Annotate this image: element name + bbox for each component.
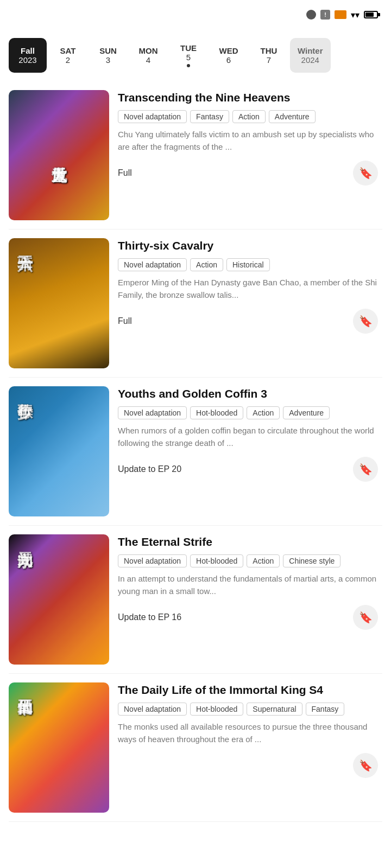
show-thumbnail: 傲世九重天	[9, 90, 109, 220]
show-info: Transcending the Nine Heavens Novel adap…	[109, 90, 382, 186]
alert-icon: !	[320, 10, 330, 20]
bookmark-icon: 🔖	[359, 759, 373, 772]
episode-status: Update to EP 20	[118, 464, 181, 474]
day-num: 6	[226, 55, 231, 65]
tag: Action	[190, 258, 223, 271]
tag: Chinese style	[283, 554, 340, 567]
tag: Fantasy	[306, 703, 345, 716]
day-item-thu[interactable]: THU 7	[250, 38, 288, 73]
tag: Action	[232, 110, 266, 123]
day-num: 2023	[18, 55, 36, 65]
show-title: Transcending the Nine Heavens	[118, 90, 378, 105]
day-num: 3	[106, 55, 110, 65]
show-title: Youths and Golden Coffin 3	[118, 386, 378, 401]
day-num: 2	[66, 55, 70, 65]
episode-status: Full	[118, 168, 132, 178]
show-description: Emperor Ming of the Han Dynasty gave Ban…	[118, 277, 378, 301]
tag: Novel adaptation	[118, 703, 187, 716]
show-info: Thirty-six Cavalry Novel adaptationActio…	[109, 238, 382, 334]
bookmark-button[interactable]: 🔖	[353, 309, 378, 334]
show-title: Thirty-six Cavalry	[118, 238, 378, 253]
day-item-mon[interactable]: MON 4	[129, 38, 167, 73]
show-title: The Daily Life of the Immortal King S4	[118, 682, 378, 697]
tag: Supernatural	[247, 703, 302, 716]
bookmark-button[interactable]: 🔖	[353, 753, 378, 778]
show-thumbnail: 少年歌行	[9, 386, 109, 516]
status-icons: ! ▾▾	[306, 10, 378, 20]
day-num: 7	[267, 55, 271, 65]
show-info: The Eternal Strife Novel adaptationHot-b…	[109, 534, 382, 630]
show-description: The monks used all available resources t…	[118, 721, 378, 745]
tags-container: Novel adaptationHot-bloodedSupernaturalF…	[118, 703, 378, 716]
cast-icon	[335, 10, 346, 19]
day-label: SUN	[99, 46, 117, 55]
tag: Action	[247, 554, 280, 567]
thumb-text: 少年歌行	[9, 386, 40, 397]
show-title: The Eternal Strife	[118, 534, 378, 549]
tag: Novel adaptation	[118, 554, 187, 567]
day-label: TUE	[180, 43, 197, 53]
day-item-sat[interactable]: SAT 2	[49, 38, 87, 73]
thumb-text: 永劫无间	[9, 534, 40, 545]
tags-container: Novel adaptationFantasyActionAdventure	[118, 110, 378, 123]
tag: Hot-blooded	[190, 703, 243, 716]
episode-status: Update to EP 16	[118, 612, 181, 622]
day-item-winter2024[interactable]: Winter 2024	[290, 38, 331, 73]
bookmark-button[interactable]: 🔖	[353, 457, 378, 482]
show-description: Chu Yang ultimately falls victim to an a…	[118, 129, 378, 153]
thumb-text: 仙王的日常	[9, 682, 40, 693]
show-footer: Update to EP 20 🔖	[118, 457, 378, 482]
day-label: THU	[261, 46, 278, 55]
tag: Novel adaptation	[118, 406, 187, 419]
day-indicator	[187, 64, 190, 67]
show-thumbnail: 永劫无间	[9, 534, 109, 665]
show-item[interactable]: 仙王的日常 The Daily Life of the Immortal Kin…	[9, 674, 382, 822]
thumb-text: 三十六骑	[9, 238, 40, 249]
tags-container: Novel adaptationHot-bloodedActionChinese…	[118, 554, 378, 567]
tag: Historical	[226, 258, 270, 271]
day-num: 4	[146, 55, 150, 65]
thumb-text: 傲世九重天	[43, 150, 75, 161]
day-num: 2024	[301, 55, 319, 65]
day-label: WED	[219, 46, 238, 55]
tag: Novel adaptation	[118, 110, 187, 123]
show-info: The Daily Life of the Immortal King S4 N…	[109, 682, 382, 778]
show-footer: Full 🔖	[118, 161, 378, 186]
bookmark-icon: 🔖	[359, 167, 373, 180]
status-dot-icon	[306, 10, 316, 20]
day-label: Fall	[21, 46, 35, 55]
show-footer: 🔖	[118, 753, 378, 778]
show-item[interactable]: 傲世九重天 Transcending the Nine Heavens Nove…	[9, 81, 382, 229]
day-item-wed[interactable]: WED 6	[210, 38, 248, 73]
tag: Action	[247, 406, 280, 419]
status-bar: ! ▾▾	[0, 0, 391, 27]
battery-icon	[364, 11, 378, 18]
episode-status: Full	[118, 316, 132, 326]
tags-container: Novel adaptationHot-bloodedActionAdventu…	[118, 406, 378, 419]
bookmark-button[interactable]: 🔖	[353, 161, 378, 186]
day-item-tue[interactable]: TUE 5	[169, 38, 207, 73]
show-footer: Update to EP 16 🔖	[118, 605, 378, 630]
day-label: Winter	[298, 46, 323, 55]
show-thumbnail: 仙王的日常	[9, 682, 109, 813]
bookmark-icon: 🔖	[359, 315, 373, 328]
show-footer: Full 🔖	[118, 309, 378, 334]
show-item[interactable]: 永劫无间 The Eternal Strife Novel adaptation…	[9, 526, 382, 674]
tag: Hot-blooded	[190, 406, 243, 419]
tag: Fantasy	[190, 110, 229, 123]
bookmark-button[interactable]: 🔖	[353, 605, 378, 630]
show-item[interactable]: 三十六骑 Thirty-six Cavalry Novel adaptation…	[9, 229, 382, 378]
tag: Adventure	[283, 406, 330, 419]
day-label: SAT	[60, 46, 76, 55]
show-description: When rumors of a golden coffin began to …	[118, 425, 378, 449]
show-description: In an attempt to understand the fundamen…	[118, 573, 378, 597]
tag: Adventure	[269, 110, 316, 123]
show-list: 傲世九重天 Transcending the Nine Heavens Nove…	[0, 81, 391, 822]
wifi-icon: ▾▾	[351, 10, 360, 20]
day-item-fall2023[interactable]: Fall 2023	[9, 38, 47, 73]
show-thumbnail: 三十六骑	[9, 238, 109, 368]
day-num: 5	[186, 53, 191, 62]
show-item[interactable]: 少年歌行 Youths and Golden Coffin 3 Novel ad…	[9, 378, 382, 526]
day-item-sun[interactable]: SUN 3	[89, 38, 127, 73]
header	[0, 27, 391, 38]
